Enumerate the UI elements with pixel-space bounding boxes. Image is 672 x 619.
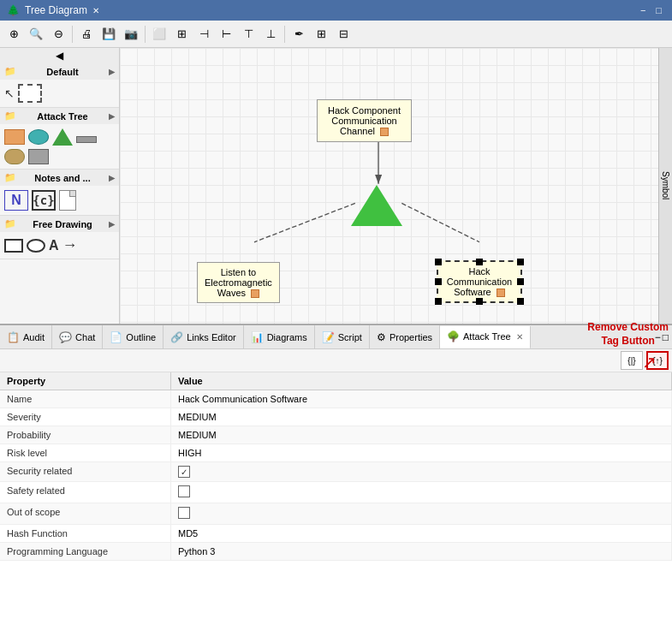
- properties-table: Property Value Name Hack Communication S…: [0, 372, 672, 619]
- toolbar-separator-3: [284, 26, 285, 43]
- handle-tl[interactable]: [435, 259, 442, 265]
- tab-chat[interactable]: 💬 Chat: [52, 325, 103, 348]
- align-top-button[interactable]: ⊤: [238, 24, 259, 45]
- custom-tag-list-button[interactable]: {|}: [621, 351, 643, 370]
- property-label-risk-level: Risk level: [0, 444, 171, 461]
- tab-attack-tree-label: Attack Tree: [463, 331, 511, 342]
- minimize-button[interactable]: −: [637, 4, 649, 16]
- note-page-shape[interactable]: [59, 190, 76, 211]
- sidebar-free-drawing-tools: A →: [0, 232, 119, 259]
- handle-mr[interactable]: [517, 278, 524, 285]
- handle-bm[interactable]: [476, 298, 483, 305]
- grid-button[interactable]: ⊞: [171, 24, 192, 45]
- sidebar-section-free-drawing-header[interactable]: 📁 Free Drawing ▶: [0, 216, 119, 232]
- zoom-in-button[interactable]: ⊕: [3, 24, 24, 45]
- top-section: ◀ 📁 Default ▶ ↖ 📁 Attack Tree ▶: [0, 48, 672, 324]
- sidebar-scroll-left[interactable]: ◀: [0, 48, 119, 63]
- draw-button[interactable]: ✒: [288, 24, 309, 45]
- property-value-out-of-scope[interactable]: [171, 503, 672, 524]
- attack-oval-shape[interactable]: [28, 129, 49, 145]
- toolbar-separator-2: [145, 26, 146, 43]
- property-row-probability: Probability MEDIUM: [0, 426, 672, 444]
- property-value-programming-language[interactable]: Python 3: [171, 543, 672, 560]
- attack-triangle-shape[interactable]: [52, 128, 73, 146]
- sidebar-section-default-header[interactable]: 📁 Default ▶: [0, 63, 119, 80]
- attack-line-shape[interactable]: [76, 136, 97, 143]
- pointer-tool[interactable]: ↖: [4, 86, 15, 100]
- window-title: Tree Diagram: [25, 4, 87, 16]
- tab-diagrams[interactable]: 📊 Diagrams: [244, 325, 315, 348]
- attack-tree-tab-close[interactable]: ✕: [516, 332, 523, 342]
- note-n-shape[interactable]: N: [4, 190, 28, 211]
- grid2-button[interactable]: ⊞: [311, 24, 331, 45]
- property-label-hash-function: Hash Function: [0, 525, 171, 542]
- property-value-hash-function[interactable]: MD5: [171, 525, 672, 542]
- sidebar-default-tools: ↖: [0, 80, 119, 107]
- screenshot-button[interactable]: 📷: [121, 24, 141, 45]
- sidebar-section-notes-header[interactable]: 📁 Notes and ... ▶: [0, 170, 119, 186]
- tab-attack-tree[interactable]: 🌳 Attack Tree ✕: [440, 326, 531, 349]
- symbol-panel-label[interactable]: Symbol: [658, 48, 672, 324]
- property-value-security-related[interactable]: ✓: [171, 462, 672, 481]
- properties-header: Property Value: [0, 372, 672, 390]
- tab-links-editor[interactable]: 🔗 Links Editor: [164, 325, 243, 348]
- hack-software-node[interactable]: HackCommunicationSoftware: [437, 260, 522, 303]
- fd-rect-shape[interactable]: [4, 239, 23, 253]
- property-row-safety-related: Safety related: [0, 482, 672, 503]
- safety-related-checkbox[interactable]: [178, 485, 190, 497]
- maximize-button[interactable]: □: [652, 4, 665, 16]
- sidebar-section-attack-tree-header[interactable]: 📁 Attack Tree ▶: [0, 108, 119, 124]
- select-rect-tool[interactable]: [18, 84, 42, 103]
- and-gate-node[interactable]: [351, 185, 402, 226]
- callout-arrow: ↗: [642, 352, 657, 372]
- out-of-scope-checkbox[interactable]: [178, 507, 190, 519]
- diagram-canvas[interactable]: Hack ComponentCommunicationChannel Liste…: [120, 48, 672, 324]
- properties-panel: {|} {↑} Remove CustomTag Button ↗ Proper…: [0, 349, 672, 619]
- property-label-probability: Probability: [0, 426, 171, 443]
- align-right-button[interactable]: ⊢: [216, 24, 236, 45]
- tab-properties[interactable]: ⚙ Properties: [370, 325, 440, 348]
- fd-text-shape[interactable]: A: [49, 238, 59, 253]
- zoom-fit-button[interactable]: 🔍: [26, 24, 46, 45]
- property-value-probability[interactable]: MEDIUM: [171, 426, 672, 443]
- tab-outline[interactable]: 📄 Outline: [103, 325, 164, 348]
- zoom-out-button[interactable]: ⊖: [48, 24, 68, 45]
- sidebar-section-attack-tree: 📁 Attack Tree ▶: [0, 108, 119, 170]
- attack-rect2-shape[interactable]: [28, 149, 49, 164]
- sidebar-section-free-drawing-label: Free Drawing: [33, 219, 92, 229]
- grid3-button[interactable]: ⊟: [333, 24, 354, 45]
- attack-rounded-shape[interactable]: [4, 149, 25, 164]
- print-button[interactable]: 🖨: [76, 24, 97, 45]
- attack-rect-shape[interactable]: [4, 129, 25, 145]
- property-row-severity: Severity MEDIUM: [0, 408, 672, 426]
- handle-br[interactable]: [517, 298, 524, 305]
- root-node[interactable]: Hack ComponentCommunicationChannel: [317, 99, 412, 142]
- security-related-checkbox[interactable]: ✓: [178, 466, 190, 478]
- save-button[interactable]: 💾: [98, 24, 119, 45]
- close-tab-icon[interactable]: ✕: [92, 6, 99, 15]
- property-value-risk-level[interactable]: HIGH: [171, 444, 672, 461]
- fd-oval-shape[interactable]: [27, 239, 45, 253]
- property-label-security-related: Security related: [0, 462, 171, 481]
- property-value-name[interactable]: Hack Communication Software: [171, 390, 672, 408]
- select-button[interactable]: ⬜: [149, 24, 169, 45]
- fd-arrow-shape[interactable]: →: [62, 236, 78, 254]
- tab-audit-label: Audit: [23, 332, 45, 342]
- title-bar-left: 🌲 Tree Diagram ✕: [7, 4, 99, 16]
- property-column-header: Property: [0, 372, 171, 390]
- handle-tm[interactable]: [476, 259, 483, 265]
- property-value-severity[interactable]: MEDIUM: [171, 408, 672, 426]
- tab-script-label: Script: [338, 332, 362, 342]
- tab-audit[interactable]: 📋 Audit: [0, 325, 52, 348]
- handle-bl[interactable]: [435, 298, 442, 305]
- audit-icon: 📋: [7, 331, 20, 343]
- em-waves-node[interactable]: Listen toElectromagneticWaves: [197, 262, 280, 303]
- handle-ml[interactable]: [435, 278, 442, 285]
- align-left-button[interactable]: ⊣: [193, 24, 214, 45]
- handle-tr[interactable]: [517, 259, 524, 265]
- note-c-shape[interactable]: {c}: [32, 190, 56, 211]
- property-value-safety-related[interactable]: [171, 482, 672, 503]
- align-bottom-button[interactable]: ⊥: [260, 24, 281, 45]
- tab-script[interactable]: 📝 Script: [315, 325, 370, 348]
- property-row-name: Name Hack Communication Software: [0, 390, 672, 408]
